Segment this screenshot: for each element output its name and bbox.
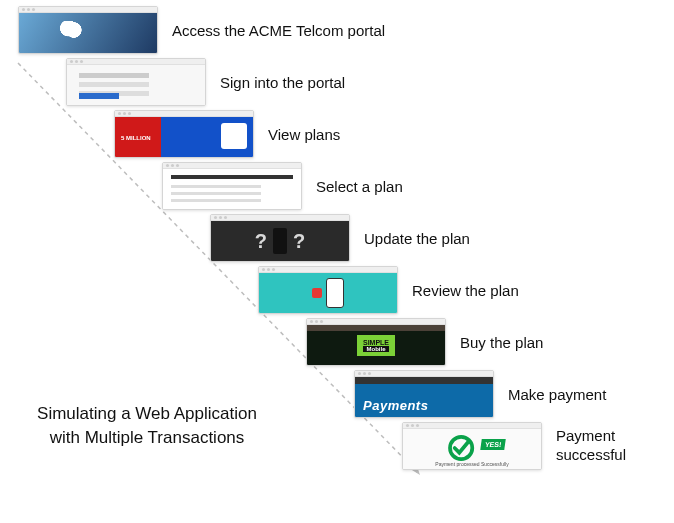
- step-access-portal: Access the ACME Telcom portal: [18, 6, 385, 54]
- yes-badge: YES!: [480, 439, 506, 450]
- five-million-text: 5 MILLION: [121, 135, 151, 141]
- step-label: Make payment: [508, 386, 606, 403]
- step-buy-plan: SIMPLEMobile Buy the plan: [306, 318, 543, 366]
- thumbnail-buy-plan: SIMPLEMobile: [306, 318, 446, 366]
- mobile-text: Mobile: [363, 346, 389, 352]
- caption-line-2: with Multiple Transactions: [22, 426, 272, 451]
- thumbnail-update-plan: [210, 214, 350, 262]
- thumbnail-select-plan: [162, 162, 302, 210]
- step-payment-successful: YES! Payment processed Successfully Paym…: [402, 422, 636, 470]
- step-update-plan: Update the plan: [210, 214, 470, 262]
- thumbnail-make-payment: Payments: [354, 370, 494, 418]
- thumbnail-view-plans: 5 MILLION: [114, 110, 254, 158]
- step-label: Buy the plan: [460, 334, 543, 351]
- step-label: View plans: [268, 126, 340, 143]
- step-view-plans: 5 MILLION View plans: [114, 110, 340, 158]
- step-label: Review the plan: [412, 282, 519, 299]
- diagram-caption: Simulating a Web Application with Multip…: [22, 402, 272, 451]
- step-label: Select a plan: [316, 178, 403, 195]
- thumbnail-payment-successful: YES! Payment processed Successfully: [402, 422, 542, 470]
- step-review-plan: Review the plan: [258, 266, 519, 314]
- step-make-payment: Payments Make payment: [354, 370, 606, 418]
- thumbnail-review-plan: [258, 266, 398, 314]
- step-select-plan: Select a plan: [162, 162, 403, 210]
- step-label: Payment successful: [556, 427, 636, 465]
- success-message: Payment processed Successfully: [403, 461, 541, 467]
- checkmark-icon: [448, 435, 478, 461]
- step-sign-in: Sign into the portal: [66, 58, 345, 106]
- simple-text: SIMPLE: [363, 339, 389, 346]
- payments-text: Payments: [355, 398, 428, 417]
- step-label: Update the plan: [364, 230, 470, 247]
- step-label: Access the ACME Telcom portal: [172, 22, 385, 39]
- caption-line-1: Simulating a Web Application: [22, 402, 272, 427]
- step-label: Sign into the portal: [220, 74, 345, 91]
- thumbnail-access-portal: [18, 6, 158, 54]
- thumbnail-sign-in: [66, 58, 206, 106]
